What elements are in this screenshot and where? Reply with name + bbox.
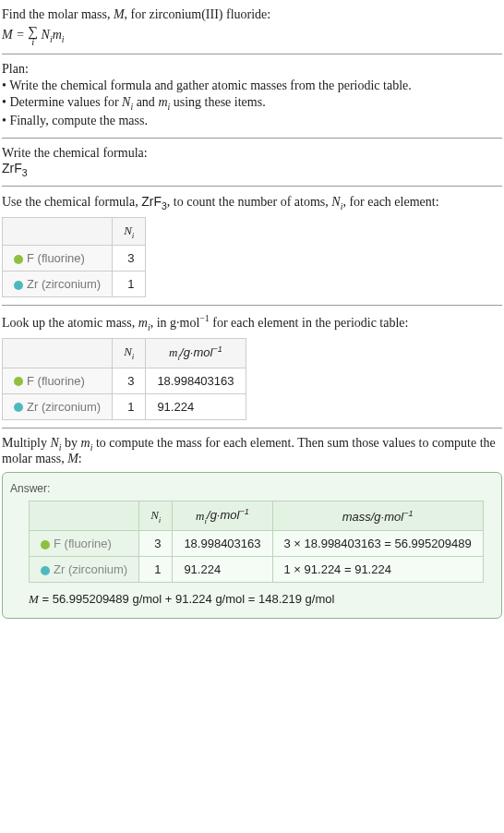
plan-bullet: • Write the chemical formula and gather … xyxy=(2,78,502,93)
empty-header xyxy=(30,501,139,531)
element-cell: F (fluorine) xyxy=(3,368,113,393)
formula-base: ZrF xyxy=(2,161,22,175)
plan-bullet: • Finally, compute the mass. xyxy=(2,114,502,128)
mi-value: 91.224 xyxy=(173,557,272,583)
element-dot-icon xyxy=(14,403,23,412)
table-row: F (fluorine) 3 xyxy=(3,246,146,272)
element-name: F (fluorine) xyxy=(27,374,85,388)
multiply-text: Multiply Ni by mi to compute the mass fo… xyxy=(2,436,502,467)
ni-value: 1 xyxy=(113,272,146,297)
element-cell: F (fluorine) xyxy=(3,246,113,272)
mass-value: 3 × 18.998403163 = 56.995209489 xyxy=(272,531,483,557)
element-name: Zr (zirconium) xyxy=(54,562,127,576)
plan-bullet: • Determine values for Ni and mi using t… xyxy=(2,95,502,112)
table-header-row: Ni mi/g·mol−1 mass/g·mol−1 xyxy=(30,501,484,531)
table-header-row: Ni xyxy=(3,217,146,246)
molar-mass-formula: M = ∑i Nimi xyxy=(2,25,502,46)
element-name: F (fluorine) xyxy=(54,537,112,550)
table-row: Zr (zirconium) 1 91.224 xyxy=(3,393,246,419)
empty-header xyxy=(3,217,113,246)
element-cell: Zr (zirconium) xyxy=(30,557,139,583)
ni-header: Ni xyxy=(139,501,173,531)
element-dot-icon xyxy=(14,281,23,290)
mass-header: mass/g·mol−1 xyxy=(272,501,483,531)
mi-value: 91.224 xyxy=(146,393,246,419)
table-row: Zr (zirconium) 1 91.224 1 × 91.224 = 91.… xyxy=(30,557,484,583)
count-atoms-text: Use the chemical formula, ZrF3, to count… xyxy=(2,194,502,211)
write-formula-section: Write the chemical formula: ZrF3 xyxy=(2,139,502,187)
ni-value: 1 xyxy=(139,557,173,583)
write-formula-label: Write the chemical formula: xyxy=(2,146,502,161)
element-dot-icon xyxy=(14,255,23,264)
table-row: F (fluorine) 3 18.998403163 3 × 18.99840… xyxy=(30,531,484,557)
plan-header: Plan: xyxy=(2,62,502,77)
table-row: F (fluorine) 3 18.998403163 xyxy=(3,368,246,393)
formula-sub: 3 xyxy=(22,167,28,178)
element-name: Zr (zirconium) xyxy=(27,277,101,291)
answer-table: Ni mi/g·mol−1 mass/g·mol−1 F (fluorine) … xyxy=(29,501,484,583)
element-name: F (fluorine) xyxy=(27,251,85,265)
final-answer: M = 56.995209489 g/mol + 91.224 g/mol = … xyxy=(29,592,494,607)
final-section: Multiply Ni by mi to compute the mass fo… xyxy=(2,429,502,627)
atomic-mass-table: Ni mi/g·mol−1 F (fluorine) 3 18.99840316… xyxy=(2,338,246,420)
intro-section: Find the molar mass, M, for zirconium(II… xyxy=(2,4,502,54)
intro-line: Find the molar mass, M, for zirconium(II… xyxy=(2,7,502,22)
count-atoms-section: Use the chemical formula, ZrF3, to count… xyxy=(2,187,502,306)
element-dot-icon xyxy=(41,566,50,575)
chemical-formula: ZrF3 xyxy=(2,161,502,178)
answer-label: Answer: xyxy=(10,482,494,495)
element-dot-icon xyxy=(41,540,50,549)
mi-header: mi/g·mol−1 xyxy=(146,338,246,368)
ni-value: 3 xyxy=(139,531,173,557)
mi-value: 18.998403163 xyxy=(146,368,246,393)
element-dot-icon xyxy=(14,377,23,386)
ni-value: 1 xyxy=(113,393,146,419)
element-cell: Zr (zirconium) xyxy=(3,393,113,419)
element-cell: F (fluorine) xyxy=(30,531,139,557)
count-atoms-table: Ni F (fluorine) 3 Zr (zirconium) 1 xyxy=(2,217,146,298)
ni-value: 3 xyxy=(113,246,146,272)
ni-header: Ni xyxy=(113,217,146,246)
mass-value: 1 × 91.224 = 91.224 xyxy=(272,557,483,583)
table-row: Zr (zirconium) 1 xyxy=(3,272,146,297)
atomic-mass-text: Look up the atomic mass, mi, in g·mol−1 … xyxy=(2,313,502,332)
mi-value: 18.998403163 xyxy=(173,531,272,557)
answer-box: Answer: Ni mi/g·mol−1 mass/g·mol−1 F (fl… xyxy=(2,472,502,619)
element-name: Zr (zirconium) xyxy=(27,400,101,414)
plan-section: Plan: • Write the chemical formula and g… xyxy=(2,54,502,139)
ni-header: Ni xyxy=(113,338,146,368)
ni-value: 3 xyxy=(113,368,146,393)
table-header-row: Ni mi/g·mol−1 xyxy=(3,338,246,368)
mi-header: mi/g·mol−1 xyxy=(173,501,272,531)
empty-header xyxy=(3,338,113,368)
atomic-mass-section: Look up the atomic mass, mi, in g·mol−1 … xyxy=(2,306,502,428)
element-cell: Zr (zirconium) xyxy=(3,272,113,297)
